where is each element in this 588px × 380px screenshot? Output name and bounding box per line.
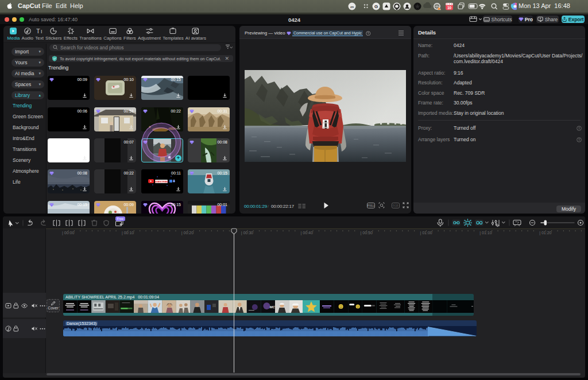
svg-text:| 00:40: | 00:40	[301, 231, 313, 235]
svg-text:10: 10	[447, 6, 452, 10]
svg-text:MC: MC	[269, 305, 275, 309]
svg-text:| 01:20: | 01:20	[539, 231, 551, 235]
svg-text:FULL: FULL	[368, 204, 374, 207]
svg-text:SUBSCRIBE: SUBSCRIBE	[155, 181, 168, 183]
svg-text:| 01:10: | 01:10	[479, 231, 492, 235]
svg-text:G: G	[374, 4, 378, 9]
svg-text:| 00:00: | 00:00	[62, 231, 74, 235]
svg-text:I: I	[41, 29, 42, 34]
svg-text:zn: zn	[350, 5, 354, 9]
svg-text:| 00:10: | 00:10	[122, 231, 134, 235]
svg-text:| 00:30: | 00:30	[241, 231, 253, 235]
svg-text:| 00:20: | 00:20	[181, 231, 194, 235]
svg-text:| 00:50: | 00:50	[361, 231, 373, 235]
svg-text:T: T	[36, 28, 40, 34]
svg-text:9:16: 9:16	[393, 204, 399, 207]
svg-text:| 01:00: | 01:00	[420, 231, 432, 235]
